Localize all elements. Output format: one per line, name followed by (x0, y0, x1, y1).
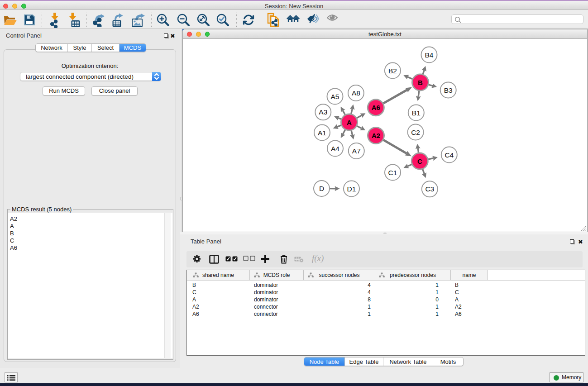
svg-text:A3: A3 (319, 108, 327, 116)
svg-text:A7: A7 (352, 147, 361, 155)
svg-text:C2: C2 (411, 129, 420, 136)
svg-text:C1: C1 (388, 169, 397, 176)
svg-text:C4: C4 (445, 151, 454, 159)
svg-text:A1: A1 (318, 129, 326, 137)
svg-text:B2: B2 (388, 67, 397, 75)
svg-text:B1: B1 (412, 109, 421, 117)
svg-text:A2: A2 (372, 132, 380, 139)
svg-text:C3: C3 (425, 185, 434, 193)
svg-text:A5: A5 (331, 93, 339, 100)
svg-text:D1: D1 (347, 185, 356, 193)
svg-text:C: C (417, 157, 422, 165)
svg-text:A6: A6 (372, 104, 380, 111)
svg-text:A4: A4 (331, 145, 339, 152)
svg-text:B3: B3 (444, 86, 453, 94)
svg-text:B: B (418, 79, 423, 86)
svg-text:A8: A8 (352, 89, 360, 97)
svg-text:D: D (319, 185, 324, 192)
svg-text:A: A (347, 119, 352, 126)
svg-text:B4: B4 (425, 51, 434, 59)
